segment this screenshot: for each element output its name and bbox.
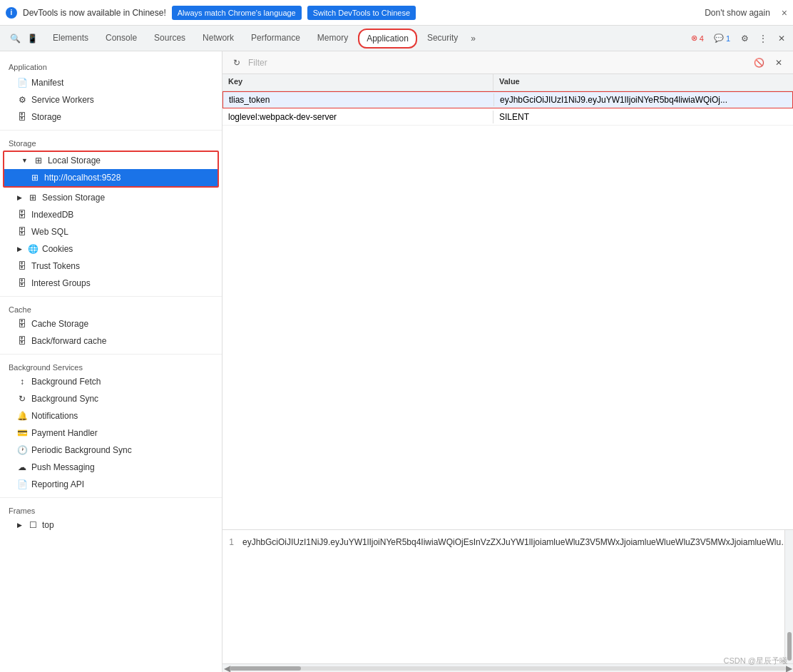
- application-section-title: Application: [0, 57, 222, 74]
- sidebar: Application 📄 Manifest ⚙ Service Workers…: [0, 51, 222, 672]
- trust-tokens-label: Trust Tokens: [31, 261, 80, 271]
- bottom-scrollbar[interactable]: ◀ ▶: [222, 663, 793, 672]
- sidebar-item-interest-groups[interactable]: 🗄 Interest Groups: [0, 275, 222, 292]
- info-icon: i: [6, 7, 17, 19]
- interest-groups-icon: 🗄: [17, 278, 27, 288]
- bottom-panel: 1 eyJhbGciOiJIUzI1NiJ9.eyJuYW1lIjoiNYeR5…: [222, 529, 793, 672]
- sidebar-item-localhost[interactable]: ⊞ http://localhost:9528: [4, 169, 218, 186]
- notif-close-btn[interactable]: ×: [782, 7, 787, 19]
- sidebar-item-bg-fetch[interactable]: ↕ Background Fetch: [0, 373, 222, 390]
- session-storage-arrow[interactable]: ▶: [17, 194, 22, 201]
- sidebar-item-trust-tokens[interactable]: 🗄 Trust Tokens: [0, 258, 222, 275]
- content-panel: ↻ 🚫 ✕ Key Value tlias_tokeneyJhbGciOiJIU…: [222, 51, 793, 672]
- cookies-label: Cookies: [42, 244, 73, 254]
- more-tabs-btn[interactable]: »: [466, 34, 480, 44]
- top-frame-label: top: [42, 520, 54, 530]
- manifest-label: Manifest: [31, 78, 63, 88]
- right-scrollbar[interactable]: [784, 530, 793, 663]
- watermark: CSDN @星辰予曦: [724, 656, 787, 666]
- scrollbar-thumb: [230, 666, 301, 671]
- sidebar-item-push-msg[interactable]: ☁ Push Messaging: [0, 459, 222, 476]
- top-frame-icon: ☐: [28, 520, 38, 530]
- tab-security[interactable]: Security: [419, 26, 466, 51]
- tab-network[interactable]: Network: [194, 26, 242, 51]
- sidebar-item-session-storage[interactable]: ▶ ⊞ Session Storage: [0, 189, 222, 206]
- inspect-icon[interactable]: 🔍: [7, 31, 23, 46]
- bg-sync-icon: ↻: [17, 394, 27, 404]
- content-toolbar: ↻ 🚫 ✕: [222, 51, 793, 74]
- indexeddb-label: IndexedDB: [31, 210, 73, 220]
- cookies-arrow[interactable]: ▶: [17, 245, 22, 253]
- device-icon[interactable]: 📱: [24, 31, 40, 46]
- scroll-left-btn[interactable]: ◀: [224, 664, 230, 672]
- reporting-label: Reporting API: [31, 479, 84, 489]
- sidebar-item-websql[interactable]: 🗄 Web SQL: [0, 223, 222, 240]
- always-match-btn[interactable]: Always match Chrome's language: [172, 6, 302, 20]
- sidebar-item-cookies[interactable]: ▶ 🌐 Cookies: [0, 240, 222, 258]
- file-icon: 📄: [17, 78, 27, 88]
- tab-elements[interactable]: Elements: [44, 26, 97, 51]
- info-badge[interactable]: 💬 1: [710, 32, 735, 44]
- close-panel-btn[interactable]: ✕: [770, 54, 787, 71]
- tab-sources[interactable]: Sources: [145, 26, 194, 51]
- dont-show-link[interactable]: Don't show again: [705, 8, 770, 18]
- reporting-icon: 📄: [17, 479, 27, 489]
- local-storage-grid-icon: ⊞: [34, 156, 44, 166]
- sidebar-divider-4: [0, 497, 222, 498]
- sidebar-item-cache-storage[interactable]: 🗄 Cache Storage: [0, 315, 222, 332]
- switch-devtools-btn[interactable]: Switch DevTools to Chinese: [307, 6, 416, 20]
- periodic-bg-icon: 🕐: [17, 445, 27, 455]
- push-msg-icon: ☁: [17, 462, 27, 472]
- sidebar-item-indexeddb[interactable]: 🗄 IndexedDB: [0, 206, 222, 223]
- payment-icon: 💳: [17, 428, 27, 438]
- trust-tokens-icon: 🗄: [17, 261, 27, 271]
- sidebar-item-bg-sync[interactable]: ↻ Background Sync: [0, 390, 222, 407]
- main-layout: Application 📄 Manifest ⚙ Service Workers…: [0, 51, 793, 672]
- storage-label: Storage: [31, 112, 61, 122]
- tab-memory[interactable]: Memory: [309, 26, 357, 51]
- sidebar-item-storage[interactable]: 🗄 Storage: [0, 108, 222, 126]
- websql-icon: 🗄: [17, 227, 27, 237]
- indexeddb-icon: 🗄: [17, 210, 27, 220]
- local-storage-section: ▼ ⊞ Local Storage ⊞ http://localhost:952…: [3, 151, 219, 188]
- error-count: 4: [700, 34, 704, 43]
- sidebar-item-notifications[interactable]: 🔔 Notifications: [0, 407, 222, 424]
- error-badge[interactable]: ⊗ 4: [687, 32, 708, 44]
- localhost-grid-icon: ⊞: [30, 173, 40, 183]
- table-body: tlias_tokeneyJhbGciOiJIUzI1NiJ9.eyJuYW1l…: [222, 91, 793, 529]
- local-storage-collapse-arrow[interactable]: ▼: [21, 157, 28, 164]
- table-row[interactable]: tlias_tokeneyJhbGciOiJIUzI1NiJ9.eyJuYW1l…: [222, 91, 793, 108]
- more-options-btn[interactable]: ⋮: [754, 30, 772, 47]
- sidebar-item-frames-top[interactable]: ▶ ☐ top: [0, 516, 222, 534]
- sidebar-item-periodic-bg[interactable]: 🕐 Periodic Background Sync: [0, 442, 222, 459]
- sidebar-item-payment[interactable]: 💳 Payment Handler: [0, 424, 222, 442]
- local-storage-label: Local Storage: [48, 156, 101, 166]
- scrollbar-track: [230, 666, 786, 671]
- filter-input[interactable]: [248, 55, 747, 71]
- frames-arrow[interactable]: ▶: [17, 521, 22, 529]
- clear-btn[interactable]: 🚫: [750, 54, 767, 71]
- refresh-btn[interactable]: ↻: [228, 54, 245, 71]
- storage-section-title: Storage: [0, 135, 222, 149]
- sidebar-item-backforward-cache[interactable]: 🗄 Back/forward cache: [0, 332, 222, 350]
- cache-storage-icon: 🗄: [17, 319, 27, 329]
- table-row[interactable]: loglevel:webpack-dev-serverSILENT: [222, 108, 793, 126]
- backforward-label: Back/forward cache: [31, 336, 106, 346]
- db-icon: 🗄: [17, 112, 27, 122]
- settings-btn[interactable]: ⚙: [736, 30, 753, 47]
- service-workers-label: Service Workers: [31, 95, 94, 105]
- tab-application[interactable]: Application: [358, 29, 417, 49]
- sidebar-item-reporting[interactable]: 📄 Reporting API: [0, 476, 222, 493]
- sidebar-item-manifest[interactable]: 📄 Manifest: [0, 74, 222, 91]
- devtools-tab-bar: 🔍 📱 Elements Console Sources Network Per…: [0, 26, 793, 51]
- tab-performance[interactable]: Performance: [242, 26, 309, 51]
- sidebar-item-local-storage[interactable]: ▼ ⊞ Local Storage: [4, 152, 218, 169]
- sidebar-item-service-workers[interactable]: ⚙ Service Workers: [0, 91, 222, 108]
- close-devtools-btn[interactable]: ✕: [773, 30, 790, 47]
- tab-console[interactable]: Console: [97, 26, 145, 51]
- line-number: 1: [222, 536, 240, 549]
- cell-key: tlias_token: [223, 93, 494, 106]
- table-header: Key Value: [222, 74, 793, 91]
- push-msg-label: Push Messaging: [31, 462, 95, 472]
- bottom-value-text: eyJhbGciOiJIUzI1NiJ9.eyJuYW1lIjoiNYeR5bq…: [240, 536, 793, 549]
